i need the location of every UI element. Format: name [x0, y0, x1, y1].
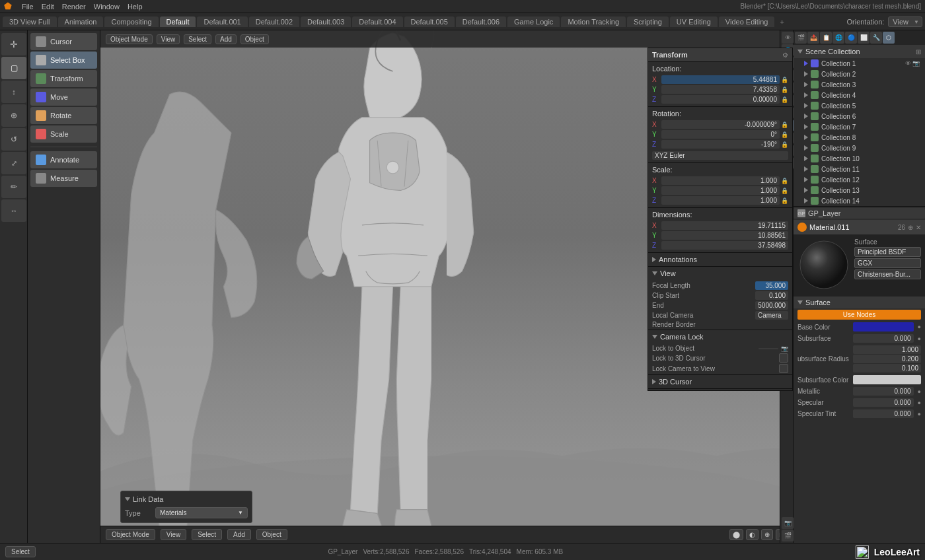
collection-10[interactable]: Collection 10	[794, 153, 925, 164]
cursor-btn[interactable]: Cursor	[30, 33, 97, 50]
subsurface-dot-icon[interactable]: ●	[918, 335, 921, 342]
tab-default-003[interactable]: Default.003	[301, 17, 351, 27]
location-y-lock-icon[interactable]: 🔒	[781, 87, 788, 93]
link-data-type-dropdown[interactable]: Materials ▼	[155, 507, 248, 518]
collection-13[interactable]: Collection 13	[794, 185, 925, 195]
collection-1-render-icon[interactable]: 📷	[912, 60, 920, 67]
rotation-x-field[interactable]: -0.000009°	[661, 120, 780, 129]
render-mode-btn[interactable]: ⬤	[729, 529, 743, 540]
tab-animation[interactable]: Animation	[58, 17, 104, 27]
dim-y-field[interactable]: 10.88561	[661, 231, 788, 240]
tool-cursor[interactable]: ✛	[1, 33, 26, 55]
scale-x-lock-icon[interactable]: 🔒	[781, 178, 788, 184]
collection-14[interactable]: Collection 14	[794, 195, 925, 206]
lock-to-object-btn[interactable]	[758, 348, 778, 349]
scale-z-field[interactable]: 1.000	[661, 196, 780, 205]
lock-camera-to-view-toggle[interactable]	[779, 364, 788, 373]
tab-default[interactable]: Default	[160, 17, 196, 27]
tab-motion-tracking[interactable]: Motion Tracking	[561, 17, 626, 27]
subsurface-color-swatch[interactable]	[853, 375, 921, 384]
tool-move[interactable]: ⊕	[1, 104, 26, 127]
shading-btn[interactable]: ◐	[746, 529, 758, 540]
subsurface-value[interactable]: 0.000	[853, 334, 914, 343]
tab-game-logic[interactable]: Game Logic	[507, 17, 560, 27]
move-btn[interactable]: Move	[30, 88, 97, 106]
scale-y-field[interactable]: 1.000	[661, 186, 780, 195]
collection-3[interactable]: Collection 3	[794, 79, 925, 90]
local-camera-dropdown[interactable]: Camera	[755, 311, 788, 320]
menu-help[interactable]: Help	[128, 3, 143, 11]
location-x-lock-icon[interactable]: 🔒	[781, 77, 788, 83]
tool-transform[interactable]: ↕	[1, 81, 26, 103]
r-icon-camera[interactable]: 📷	[782, 517, 794, 529]
select-box-btn[interactable]: Select Box	[30, 52, 97, 69]
tab-default-004[interactable]: Default.004	[352, 17, 402, 27]
shader-dropdown[interactable]: Principled BSDF	[854, 247, 921, 257]
specular-tint-dot-icon[interactable]: ●	[918, 411, 921, 417]
surface-section-header[interactable]: Surface	[794, 297, 925, 308]
viewport-view-btn[interactable]: View	[157, 34, 180, 44]
lock-to-object-cam-icon[interactable]: 📷	[781, 345, 788, 352]
tab-default-001[interactable]: Default.001	[197, 17, 247, 27]
orientation-dropdown[interactable]: View ▼	[888, 17, 922, 27]
prop-tab-modifier[interactable]: 🔧	[870, 32, 882, 44]
specular-value[interactable]: 0.000	[853, 398, 914, 407]
viewport-mode-btn[interactable]: Object Mode	[106, 34, 153, 44]
prop-tab-output[interactable]: 📤	[807, 32, 819, 44]
viewport-object-btn[interactable]: Object	[240, 34, 269, 44]
scale-y-lock-icon[interactable]: 🔒	[781, 188, 788, 194]
scene-collection-filter[interactable]: ⊞	[916, 48, 921, 55]
view-section-header[interactable]: View	[648, 266, 792, 280]
radius-r-value[interactable]: 1.000	[853, 345, 921, 354]
location-y-field[interactable]: 7.43358	[661, 85, 780, 94]
rotation-y-lock-icon[interactable]: 🔒	[781, 131, 788, 138]
tool-annotate[interactable]: ✏	[1, 176, 26, 198]
specular-tint-value[interactable]: 0.000	[853, 409, 914, 418]
tab-video-editing[interactable]: Video Editing	[719, 17, 775, 27]
prop-tab-object[interactable]: ⬜	[858, 32, 870, 44]
collection-2[interactable]: Collection 2	[794, 69, 925, 79]
collection-7[interactable]: Collection 7	[794, 122, 925, 132]
measure-btn[interactable]: Measure	[30, 170, 97, 187]
collection-1-vis-icon[interactable]: 👁	[905, 60, 911, 67]
prop-tab-material[interactable]: ⬡	[883, 32, 895, 44]
annotate-btn[interactable]: Annotate	[30, 151, 97, 168]
base-color-dot-icon[interactable]: ●	[918, 324, 921, 330]
focal-length-field[interactable]: 35.000	[755, 281, 788, 290]
transform-tools-icon[interactable]: ⚙	[782, 52, 788, 59]
rotation-mode-dropdown[interactable]: XYZ Euler	[652, 151, 788, 160]
tab-compositing[interactable]: Compositing	[104, 17, 158, 27]
prop-tab-render[interactable]: 🎬	[795, 32, 807, 44]
base-color-swatch[interactable]	[853, 322, 914, 332]
rotate-btn[interactable]: Rotate	[30, 107, 97, 124]
tool-select-box[interactable]: ▢	[1, 57, 26, 79]
clip-start-field[interactable]: 0.100	[755, 291, 788, 300]
specular-dot-icon[interactable]: ●	[918, 400, 921, 406]
location-x-field[interactable]: 5.44881	[661, 75, 780, 84]
dim-x-field[interactable]: 19.71115	[661, 221, 788, 230]
collection-1[interactable]: Collection 1 👁 📷	[794, 58, 925, 69]
scale-x-field[interactable]: 1.000	[661, 176, 780, 185]
prop-tab-scene[interactable]: 🌐	[832, 32, 844, 44]
prop-tab-world[interactable]: 🔵	[845, 32, 857, 44]
use-nodes-btn[interactable]: Use Nodes	[797, 310, 921, 320]
metallic-dot-icon[interactable]: ●	[918, 388, 921, 395]
tool-scale[interactable]: ⤢	[1, 152, 26, 174]
tool-measure[interactable]: ↔	[1, 199, 26, 222]
method-dropdown[interactable]: Christensen-Bur...	[854, 269, 921, 279]
collection-5[interactable]: Collection 5	[794, 100, 925, 111]
rotation-x-lock-icon[interactable]: 🔒	[781, 122, 788, 128]
viewport-select-btn[interactable]: Select	[184, 34, 211, 44]
collection-6[interactable]: Collection 6	[794, 111, 925, 122]
metallic-value[interactable]: 0.000	[853, 387, 914, 396]
dim-z-field[interactable]: 37.58498	[661, 241, 788, 250]
r-icon-render[interactable]: 🎬	[782, 530, 794, 542]
collection-8[interactable]: Collection 8	[794, 132, 925, 143]
transform-btn[interactable]: Transform	[30, 70, 97, 87]
material-minus-icon[interactable]: ✕	[916, 224, 921, 231]
rotation-z-field[interactable]: -190°	[661, 140, 780, 149]
location-z-lock-icon[interactable]: 🔒	[781, 96, 788, 103]
collection-9[interactable]: Collection 9	[794, 143, 925, 153]
collection-12[interactable]: Collection 12	[794, 174, 925, 185]
menu-window[interactable]: Window	[94, 3, 120, 11]
